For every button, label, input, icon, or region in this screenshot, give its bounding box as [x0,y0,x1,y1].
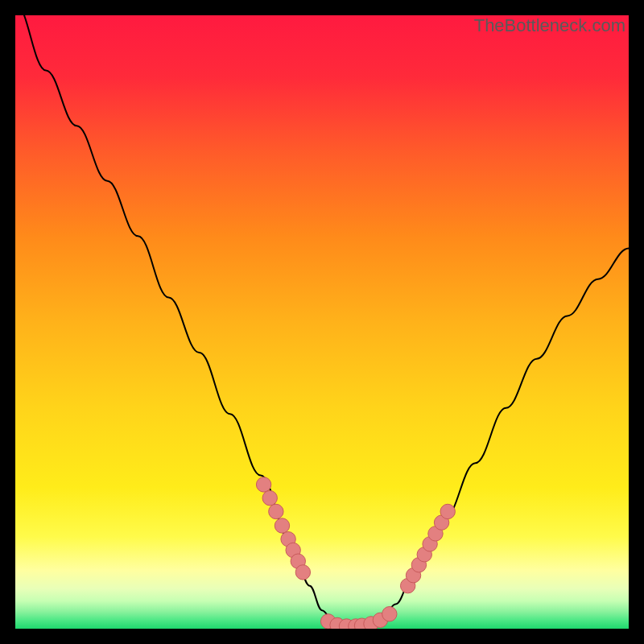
chart-svg [15,15,629,629]
chart-frame: TheBottleneck.com [0,0,644,644]
gradient-background [15,15,629,629]
marker-left [269,504,283,518]
marker-bottom [382,607,397,621]
plot-area: TheBottleneck.com [15,15,629,629]
marker-left [256,477,270,492]
marker-right [440,504,455,518]
marker-left [262,490,277,505]
marker-left [275,518,289,533]
marker-left [295,565,310,580]
watermark-text: TheBottleneck.com [474,15,625,36]
